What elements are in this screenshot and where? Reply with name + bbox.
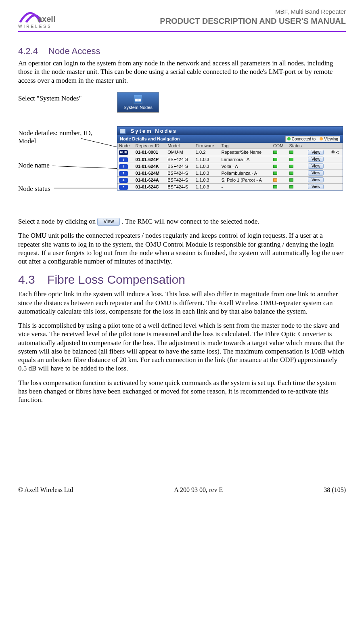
- system-nodes-label: System Nodes: [123, 105, 153, 110]
- col-view: [306, 143, 329, 149]
- para-43-3: The loss compensation function is activa…: [18, 379, 346, 404]
- view-button[interactable]: View: [308, 184, 324, 189]
- cell-tag: Volta - A: [220, 163, 272, 170]
- cell-tag: Lamarnora - A: [220, 156, 272, 163]
- window-subtitle: Node Details and Navigation: [120, 136, 180, 141]
- node-badge: 3: [119, 171, 128, 176]
- inline-view-button[interactable]: View: [97, 218, 120, 226]
- col-node: Node: [117, 143, 134, 149]
- col-model: Model: [166, 143, 194, 149]
- cell-fw: 1.1.0.3: [194, 183, 220, 190]
- heading-424-number: 4.2.4: [18, 46, 38, 56]
- window-title-text: Sytem Nodes: [131, 128, 177, 134]
- page-header: axell WIRELESS MBF, Multi Band Repeater …: [18, 8, 346, 32]
- cell-tag: Poliambulanza - A: [220, 170, 272, 176]
- heading-424-title: Node Access: [48, 46, 100, 56]
- col-tag: Tag: [220, 143, 272, 149]
- callout-select-sysnodes: Select "System Nodes": [18, 94, 82, 103]
- cell-view: View: [306, 183, 329, 190]
- node-badge: 4: [119, 178, 128, 183]
- eye-icon: 👁<: [331, 149, 339, 155]
- heading-43-number: 4.3: [18, 273, 35, 286]
- cell-fw: 1.0.2: [194, 149, 220, 156]
- table-row: HUB01-01-0001OMU-M1.0.2Repeater/Site Nam…: [117, 149, 343, 156]
- para-43-1: Each fibre optic link in the system will…: [18, 290, 346, 316]
- cell-model: OMU-M: [166, 149, 194, 156]
- view-button[interactable]: View: [308, 163, 324, 169]
- cell-model: BSF424-S: [166, 176, 194, 183]
- callout-node-status: Node status: [18, 185, 50, 193]
- para-omu: The OMU unit polls the connected repeate…: [18, 231, 346, 266]
- cell-id: 01-01-624P: [134, 156, 166, 163]
- system-nodes-button[interactable]: System Nodes: [117, 92, 159, 113]
- cell-eye: [329, 176, 343, 183]
- col-status: Status: [288, 143, 306, 149]
- node-badge: 1: [119, 157, 128, 162]
- diagram-area: Select "System Nodes" System Nodes Node …: [18, 92, 346, 205]
- cell-fw: 1.1.0.3: [194, 156, 220, 163]
- heading-424: 4.2.4 Node Access: [18, 46, 346, 57]
- window-title-icon: [120, 129, 126, 134]
- cell-com: [272, 163, 288, 170]
- logo: axell WIRELESS: [18, 8, 59, 29]
- table-row: 501-01-624CBSF424-S1.1.0.3-View: [117, 183, 343, 190]
- cell-view: View: [306, 176, 329, 183]
- cell-fw: 1.1.0.3: [194, 170, 220, 176]
- view-button[interactable]: View: [308, 150, 324, 155]
- legend-connected: Connected to: [292, 137, 316, 141]
- cell-id: 01-01-624A: [134, 176, 166, 183]
- cell-fw: 1.1.0.3: [194, 163, 220, 170]
- cell-com: [272, 176, 288, 183]
- cell-com: [272, 156, 288, 163]
- cell-model: BSF424-S: [166, 163, 194, 170]
- table-row: 101-01-624PBSF424-S1.1.0.3Lamarnora - AV…: [117, 156, 343, 163]
- cell-eye: [329, 183, 343, 190]
- logo-graphic: axell: [18, 8, 59, 25]
- node-badge: HUB: [119, 150, 128, 155]
- cell-tag: S. Polo 1 (Parco) - A: [220, 176, 272, 183]
- cell-id: 01-01-624M: [134, 170, 166, 176]
- page-footer: © Axell Wireless Ltd A 200 93 00, rev E …: [18, 485, 346, 494]
- callout-node-name: Node name: [18, 161, 50, 170]
- node-badge: 5: [119, 185, 128, 190]
- cell-model: BSF424-S: [166, 156, 194, 163]
- cell-model: BSF424-S: [166, 183, 194, 190]
- cell-eye: [329, 156, 343, 163]
- para-43-2: This is accomplished by using a pilot to…: [18, 321, 346, 373]
- heading-43-title: Fibre Loss Compensation: [47, 273, 185, 286]
- cell-model: BSF424-S: [166, 170, 194, 176]
- table-header-row: Node Repeater ID Model Firmware Tag COM …: [117, 143, 343, 149]
- cell-id: 01-01-624K: [134, 163, 166, 170]
- view-button[interactable]: View: [308, 170, 324, 176]
- col-repeaterid: Repeater ID: [134, 143, 166, 149]
- cell-id: 01-01-624C: [134, 183, 166, 190]
- cell-id: 01-01-0001: [134, 149, 166, 156]
- header-line1: MBF, Multi Band Repeater: [160, 8, 346, 15]
- cell-status: [288, 170, 306, 176]
- cell-status: [288, 176, 306, 183]
- cell-eye: 👁<: [329, 149, 343, 156]
- col-firmware: Firmware: [194, 143, 220, 149]
- view-button[interactable]: View: [308, 177, 324, 182]
- view-button[interactable]: View: [308, 157, 324, 162]
- cell-view: View: [306, 163, 329, 170]
- cell-status: [288, 163, 306, 170]
- window-titlebar: Sytem Nodes: [117, 127, 343, 135]
- system-nodes-window: Sytem Nodes Node Details and Navigation …: [117, 126, 343, 190]
- heading-43: 4.3 Fibre Loss Compensation: [18, 273, 346, 287]
- cell-eye: [329, 170, 343, 176]
- col-com: COM: [272, 143, 288, 149]
- footer-center: A 200 93 00, rev E: [174, 486, 223, 494]
- cell-view: View: [306, 149, 329, 156]
- footer-left: © Axell Wireless Ltd: [18, 486, 73, 494]
- para-select-prefix: Select a node by clicking on: [18, 218, 97, 225]
- table-row: 301-01-624MBSF424-S1.1.0.3Poliambulanza …: [117, 170, 343, 176]
- cell-fw: 1.1.0.3: [194, 176, 220, 183]
- para-select-suffix: . The RMC will now connect to the select…: [121, 218, 259, 225]
- cell-eye: [329, 163, 343, 170]
- cell-view: View: [306, 170, 329, 176]
- header-line2: PRODUCT DESCRIPTION AND USER'S MANUAL: [160, 17, 346, 26]
- legend-viewing: Viewing: [324, 137, 338, 141]
- cell-status: [288, 156, 306, 163]
- cell-tag: Repeater/Site Name: [220, 149, 272, 156]
